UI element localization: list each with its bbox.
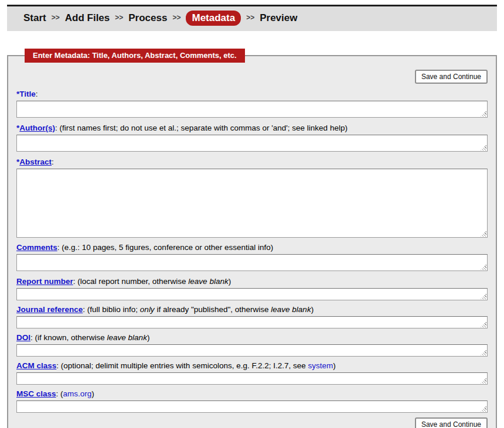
breadcrumb-separator: >> xyxy=(52,13,60,22)
field-report-number: Report number: (local report number, oth… xyxy=(16,277,488,300)
field-hint: : (if known, otherwise leave blank) xyxy=(30,333,149,342)
doi-help-link[interactable]: DOI xyxy=(16,333,30,342)
breadcrumb-step-add-files[interactable]: Add Files xyxy=(65,12,110,23)
field-label-journal-reference: Journal reference: (full biblio info; on… xyxy=(16,305,488,314)
field-label-title: *Title: xyxy=(16,90,488,99)
field-comments: Comments: (e.g.: 10 pages, 5 figures, co… xyxy=(16,243,488,271)
field-doi: DOI: (if known, otherwise leave blank) xyxy=(16,333,488,357)
msc-class-input[interactable] xyxy=(16,400,488,413)
breadcrumb-step-start[interactable]: Start xyxy=(23,12,46,23)
field-authors: *Author(s): (first names first; do not u… xyxy=(16,124,488,152)
acm-class-input[interactable] xyxy=(16,372,488,385)
breadcrumb-step-preview[interactable]: Preview xyxy=(260,12,297,23)
field-label-msc-class: MSC class: (ams.org) xyxy=(16,389,488,399)
field-title: *Title: xyxy=(16,90,488,118)
title-input[interactable] xyxy=(16,101,488,118)
breadcrumb-step-process[interactable]: Process xyxy=(128,12,167,23)
field-hint: : (full biblio info; only if already "pu… xyxy=(83,305,314,314)
comments-help-link[interactable]: Comments xyxy=(16,243,57,252)
field-abstract: *Abstract: xyxy=(16,157,488,238)
field-journal-reference: Journal reference: (full biblio info; on… xyxy=(16,305,488,328)
authors-input[interactable] xyxy=(16,135,488,152)
field-msc-class: MSC class: (ams.org) xyxy=(16,389,488,413)
system-link[interactable]: system xyxy=(308,361,333,370)
panel-legend: Enter Metadata: Title, Authors, Abstract… xyxy=(25,49,245,63)
doi-input[interactable] xyxy=(16,344,488,357)
breadcrumb-step-metadata: Metadata xyxy=(186,11,241,26)
field-acm-class: ACM class: (optional; delimit multiple e… xyxy=(16,361,488,385)
abstract-help-link[interactable]: Abstract xyxy=(19,157,52,166)
breadcrumb-separator: >> xyxy=(115,13,123,22)
report-number-help-link[interactable]: Report number xyxy=(16,277,73,286)
top-button-row: Save and Continue xyxy=(16,70,488,84)
field-label-abstract: *Abstract: xyxy=(16,157,488,167)
report-number-input[interactable] xyxy=(16,288,488,300)
authors-help-link[interactable]: Author(s) xyxy=(19,124,55,132)
metadata-form-panel: Enter Metadata: Title, Authors, Abstract… xyxy=(7,49,497,428)
field-label-authors: *Author(s): (first names first; do not u… xyxy=(16,124,488,133)
comments-input[interactable] xyxy=(16,254,488,271)
breadcrumb: Start>>Add Files>>Process>>Metadata>>Pre… xyxy=(7,5,497,31)
field-label-report-number: Report number: (local report number, oth… xyxy=(16,277,488,286)
field-hint: : xyxy=(36,90,38,98)
bottom-button-row: Save and Continue xyxy=(16,417,488,428)
acm-class-help-link[interactable]: ACM class xyxy=(16,361,56,370)
field-hint: : (local report number, otherwise leave … xyxy=(73,277,231,286)
save-and-continue-button-bottom[interactable]: Save and Continue xyxy=(415,417,488,428)
breadcrumb-separator: >> xyxy=(246,13,254,22)
abstract-input[interactable] xyxy=(16,169,488,238)
breadcrumb-separator: >> xyxy=(172,13,181,22)
msc-class-help-link[interactable]: MSC class xyxy=(16,389,56,398)
field-hint: : (e.g.: 10 pages, 5 figures, conference… xyxy=(57,243,273,252)
field-label-doi: DOI: (if known, otherwise leave blank) xyxy=(16,333,488,343)
field-label-comments: Comments: (e.g.: 10 pages, 5 figures, co… xyxy=(16,243,488,252)
field-hint: : (optional; delimit multiple entries wi… xyxy=(56,361,335,370)
field-hint: : (first names first; do not use et al.;… xyxy=(55,124,348,132)
fields: *Title:*Author(s): (first names first; d… xyxy=(16,90,488,413)
journal-reference-input[interactable] xyxy=(16,316,488,328)
field-label-acm-class: ACM class: (optional; delimit multiple e… xyxy=(16,361,488,371)
title-help-link[interactable]: Title xyxy=(19,90,36,98)
save-and-continue-button-top[interactable]: Save and Continue xyxy=(415,70,488,84)
ams-org-link[interactable]: ams.org xyxy=(63,389,92,398)
journal-reference-help-link[interactable]: Journal reference xyxy=(16,305,83,314)
field-hint: : xyxy=(52,157,54,166)
field-hint: : (ams.org) xyxy=(56,389,94,398)
